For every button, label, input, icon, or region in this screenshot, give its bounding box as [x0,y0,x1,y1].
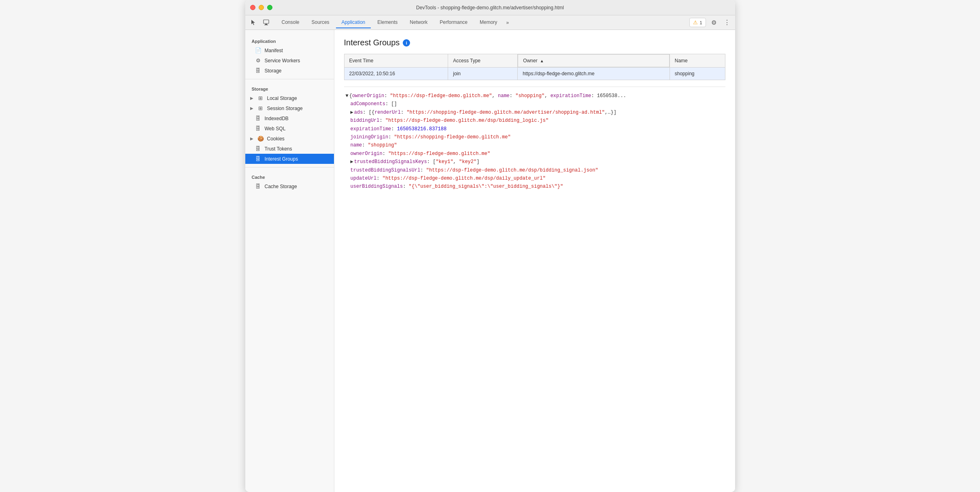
warning-badge[interactable]: ⚠ 1 [689,18,706,27]
detail-line-update-url: updateUrl : "https://dsp-fledge-demo.gli… [344,174,725,182]
tab-performance[interactable]: Performance [434,17,473,28]
sidebar-item-label-cookies: Cookies [267,136,285,142]
more-tabs-button[interactable]: » [504,18,511,27]
col-header-owner-label: Owner [523,58,537,64]
sidebar-section-cache: Cache [245,171,334,181]
sidebar-item-trust-tokens[interactable]: 🗄 Trust Tokens [245,144,334,154]
sidebar-item-label-web-sql: Web SQL [265,126,286,131]
sidebar-item-label-manifest: Manifest [265,48,283,53]
table-header-row: Event Time Access Type Owner ▲ Name [344,54,725,68]
sidebar-item-label-session-storage: Session Storage [267,106,303,111]
warning-count: 1 [699,20,702,25]
sidebar-item-indexed-db[interactable]: 🗄 IndexedDB [245,113,334,123]
svg-rect-1 [265,24,267,25]
page-title: Interest Groups [344,38,400,47]
sort-arrow-icon: ▲ [540,59,544,63]
sidebar-section-application: Application [245,35,334,45]
detail-line-trusted-keys: ▶ trustedBiddingSignalsKeys : [ "key1" ,… [344,158,725,166]
detail-line-ad-components: adComponents : [] [344,100,725,108]
expand-arrow-trusted-keys[interactable]: ▶ [351,158,353,166]
cursor-icon-btn[interactable] [249,18,258,28]
service-workers-icon: ⚙ [255,57,261,64]
info-icon[interactable]: i [403,39,410,47]
sidebar-item-cookies[interactable]: ▶ 🍪 Cookies [245,134,334,144]
detail-line-root: ▼ { ownerOrigin : "https://dsp-fledge-de… [344,92,725,100]
sidebar-item-label-storage: Storage [265,68,282,74]
arrow-icon-local-storage: ▶ [250,96,253,100]
col-header-event-time[interactable]: Event Time [344,54,448,68]
tab-sources[interactable]: Sources [306,17,335,28]
storage-icon: 🗄 [255,68,261,74]
titlebar: DevTools - shopping-fledge-demo.glitch.m… [245,0,735,15]
svg-rect-0 [264,20,269,23]
sidebar-item-local-storage[interactable]: ▶ ⊞ Local Storage [245,93,334,103]
close-button[interactable] [250,5,255,10]
arrow-icon-cookies: ▶ [250,136,253,141]
session-storage-icon: ⊞ [257,105,264,111]
expand-arrow-ads[interactable]: ▶ [351,108,353,117]
sidebar-item-interest-groups[interactable]: 🗄 Interest Groups [245,154,334,164]
detail-line-trusted-url: trustedBiddingSignalsUrl : "https://dsp-… [344,166,725,174]
detail-line-joining-origin: joiningOrigin : "https://shopping-fledge… [344,133,725,141]
sidebar-item-label-cache-storage: Cache Storage [265,184,297,189]
detail-line-name: name : "shopping" [344,141,725,149]
indexed-db-icon: 🗄 [255,115,261,121]
content-area: Interest Groups i Event Time Access Type… [334,30,735,492]
arrow-icon-session-storage: ▶ [250,106,253,110]
table-row[interactable]: 22/03/2022, 10:50:16 join https://dsp-fl… [344,68,725,80]
tabbar-icons [249,18,271,28]
tab-console[interactable]: Console [276,17,305,28]
tab-network[interactable]: Network [404,17,433,28]
sidebar-item-service-workers[interactable]: ⚙ Service Workers [245,55,334,66]
col-header-name[interactable]: Name [670,54,725,68]
detail-line-ads: ▶ ads : [{ renderUrl : "https://shopping… [344,108,725,117]
manifest-icon: 📄 [255,47,261,53]
maximize-button[interactable] [267,5,272,10]
interest-groups-icon: 🗄 [255,156,261,162]
sidebar-item-manifest[interactable]: 📄 Manifest [245,45,334,55]
sidebar-item-storage[interactable]: 🗄 Storage [245,66,334,76]
tabbar-right: ⚠ 1 ⚙ ⋮ [689,18,731,28]
minimize-button[interactable] [259,5,264,10]
sidebar-divider-2 [245,167,334,168]
inspect-icon-btn[interactable] [261,18,271,28]
detail-line-bidding-url: biddingUrl : "https://dsp-fledge-demo.gl… [344,117,725,125]
more-options-button[interactable]: ⋮ [722,18,732,28]
sidebar-item-label-local-storage: Local Storage [267,95,297,101]
detail-panel: ▼ { ownerOrigin : "https://dsp-fledge-de… [344,87,725,193]
sidebar-item-label-service-workers: Service Workers [265,58,300,64]
svg-rect-2 [264,25,268,25]
page-header: Interest Groups i [344,38,725,47]
tab-elements[interactable]: Elements [372,17,403,28]
settings-button[interactable]: ⚙ [709,18,719,28]
cookies-icon: 🍪 [257,136,264,142]
cache-storage-icon: 🗄 [255,183,261,189]
sidebar: Application 📄 Manifest ⚙ Service Workers… [245,30,334,492]
cell-name: shopping [670,68,725,80]
sidebar-section-storage: Storage [245,83,334,93]
expand-arrow-root[interactable]: ▼ [346,92,349,100]
detail-line-owner-origin: ownerOrigin : "https://dsp-fledge-demo.g… [344,150,725,158]
trust-tokens-icon: 🗄 [255,146,261,152]
cell-access-type: join [448,68,518,80]
local-storage-icon: ⊞ [257,95,264,101]
sidebar-item-label-indexed-db: IndexedDB [265,116,289,121]
warning-icon: ⚠ [693,19,698,25]
col-header-access-type[interactable]: Access Type [448,54,518,68]
main-layout: Application 📄 Manifest ⚙ Service Workers… [245,30,735,492]
sidebar-divider-1 [245,79,334,79]
devtools-window: DevTools - shopping-fledge-demo.glitch.m… [245,0,735,492]
col-header-owner[interactable]: Owner ▲ [518,54,669,67]
cell-owner: https://dsp-fledge-demo.glitch.me [518,68,670,80]
sidebar-item-cache-storage[interactable]: 🗄 Cache Storage [245,181,334,191]
sidebar-item-label-interest-groups: Interest Groups [265,156,298,162]
detail-line-user-signals: userBiddingSignals : "{\"user_bidding_si… [344,182,725,191]
tab-application[interactable]: Application [336,17,371,28]
sidebar-item-web-sql[interactable]: 🗄 Web SQL [245,123,334,134]
detail-line-expiration: expirationTime : 1650538216.837188 [344,125,725,133]
tab-memory[interactable]: Memory [474,17,503,28]
sidebar-item-label-trust-tokens: Trust Tokens [265,146,292,152]
cell-event-time: 22/03/2022, 10:50:16 [344,68,448,80]
window-title: DevTools - shopping-fledge-demo.glitch.m… [416,5,564,11]
sidebar-item-session-storage[interactable]: ▶ ⊞ Session Storage [245,103,334,113]
